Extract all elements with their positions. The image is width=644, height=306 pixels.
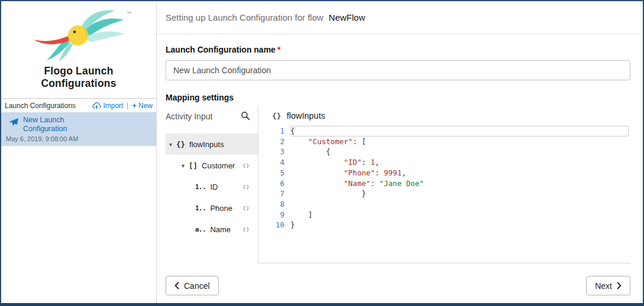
- new-label: New: [138, 102, 153, 110]
- type-icon: []: [189, 161, 198, 170]
- tree-node-label: flowInputs: [189, 140, 224, 149]
- tree-node-row[interactable]: ▾ 1.. Phone: [166, 197, 258, 219]
- editor-root-label: flowInputs: [287, 111, 325, 121]
- app-title: Flogo Launch Configurations: [1, 65, 156, 90]
- config-item-name: New Launch Configuration: [23, 116, 89, 134]
- line-content: }: [290, 220, 629, 230]
- import-label: Import: [103, 102, 123, 110]
- line-number: 8: [266, 199, 290, 210]
- required-asterisk: *: [277, 45, 280, 54]
- tree-node-label: Customer: [202, 161, 235, 170]
- search-icon[interactable]: [241, 111, 250, 122]
- tree-node-row[interactable]: ▾ [] Customer: [166, 155, 258, 176]
- launch-config-name-input[interactable]: [166, 60, 630, 80]
- main-panel: Setting up Launch Configuration for flow…: [157, 1, 643, 303]
- code-line: 9 ]: [266, 210, 630, 220]
- logo: ™: [1, 1, 156, 64]
- line-content: "ID": 1,: [290, 157, 629, 168]
- type-icon: 1..: [195, 204, 206, 212]
- cancel-label: Cancel: [184, 281, 210, 291]
- tree-node-row[interactable]: ▾ 1.. ID: [166, 176, 258, 197]
- sidebar: ™ Flogo Launch Configurations Launch Con…: [1, 1, 157, 303]
- json-editor-panel: {} flowInputs 1 { 2 "Customer": [ 3 { 4 …: [258, 106, 630, 263]
- tree-node-row[interactable]: ▾ a.. Name: [166, 219, 258, 240]
- line-number: 2: [266, 136, 290, 147]
- code-line: 6 "Name": "Jane Doe": [266, 178, 630, 189]
- line-number: 5: [266, 168, 290, 178]
- launch-plane-icon: [9, 118, 19, 127]
- name-field-label: Launch Configuration name: [166, 45, 276, 54]
- line-number: 9: [266, 210, 290, 220]
- type-icon: 1..: [195, 183, 206, 191]
- tree-node-label: Name: [210, 225, 231, 234]
- app-title-line2: Configurations: [41, 77, 116, 89]
- editor-header: {} flowInputs: [258, 106, 630, 126]
- launch-configurations-heading: Launch Configurations: [5, 102, 76, 110]
- tree-nodes: ▾ {} flowInputs ▾ [] Customer ▾ 1.. ID: [166, 134, 258, 240]
- app-title-line1: Flogo Launch: [44, 65, 113, 77]
- line-number: 4: [266, 157, 290, 168]
- mapping-link-icon[interactable]: [242, 204, 250, 213]
- activity-input-label: Activity Input: [166, 112, 212, 121]
- line-number: 6: [266, 178, 290, 189]
- mapping-settings-label: Mapping settings: [166, 93, 630, 102]
- line-content: [290, 199, 629, 210]
- toolbar-divider: [127, 102, 128, 109]
- import-button[interactable]: Import: [92, 102, 123, 110]
- object-icon: {}: [272, 112, 281, 121]
- line-number: 10: [266, 220, 290, 230]
- line-content: "Phone": 9991,: [290, 168, 629, 178]
- code-lines: 1 { 2 "Customer": [ 3 { 4 "ID": 1, 5 "Ph…: [266, 126, 630, 230]
- chevron-right-icon: [617, 282, 622, 289]
- page-header-text: Setting up Launch Configuration for flow: [166, 12, 323, 22]
- line-content: "Customer": [: [290, 136, 629, 147]
- code-line: 1 {: [266, 126, 630, 136]
- code-line: 10 }: [266, 220, 630, 230]
- mapping-link-icon[interactable]: [242, 161, 250, 170]
- code-line: 7 }: [266, 188, 630, 199]
- type-icon: {}: [176, 140, 185, 149]
- line-content: }: [290, 188, 629, 199]
- line-number: 7: [266, 188, 290, 199]
- page-header: Setting up Launch Configuration for flow…: [157, 1, 643, 34]
- footer-actions: Cancel Next: [166, 263, 630, 295]
- main-content: Launch Configuration name* Mapping setti…: [157, 34, 643, 303]
- line-content: "Name": "Jane Doe": [290, 178, 629, 189]
- flow-name: NewFlow: [329, 12, 365, 22]
- line-content: ]: [290, 210, 629, 220]
- config-item-timestamp: May 6, 2019, 9:08:00 AM: [6, 135, 151, 142]
- next-button[interactable]: Next: [586, 276, 630, 295]
- line-number: 1: [266, 126, 290, 136]
- caret-down-icon[interactable]: ▾: [182, 162, 185, 169]
- next-label: Next: [595, 281, 612, 291]
- tree-node-row[interactable]: ▾ {} flowInputs: [166, 134, 258, 155]
- tree-node-label: ID: [210, 183, 218, 191]
- line-content: {: [290, 126, 629, 136]
- sidebar-toolbar: Launch Configurations Import + New: [1, 98, 156, 112]
- cancel-button[interactable]: Cancel: [166, 276, 219, 295]
- code-line: 4 "ID": 1,: [266, 157, 630, 168]
- code-line: 8: [266, 199, 630, 210]
- new-button[interactable]: + New: [132, 101, 153, 110]
- chevron-left-icon: [174, 282, 179, 289]
- line-content: {: [290, 147, 629, 157]
- tree-node-label: Phone: [210, 204, 232, 213]
- code-line: 3 {: [266, 147, 630, 157]
- hummingbird-logo: [29, 5, 128, 64]
- type-icon: a..: [195, 226, 206, 233]
- launch-config-list-item[interactable]: New Launch Configuration May 6, 2019, 9:…: [1, 112, 156, 146]
- activity-input-search-row: Activity Input: [166, 106, 258, 127]
- trademark: ™: [127, 11, 131, 16]
- caret-down-icon[interactable]: ▾: [169, 141, 172, 148]
- line-number: 3: [266, 147, 290, 157]
- mapping-area: Activity Input ▾ {} flowInputs: [166, 106, 630, 263]
- app-window: ™ Flogo Launch Configurations Launch Con…: [0, 0, 644, 306]
- plus-icon: +: [132, 101, 137, 110]
- code-line: 2 "Customer": [: [266, 136, 630, 147]
- json-code-editor[interactable]: 1 { 2 "Customer": [ 3 { 4 "ID": 1, 5 "Ph…: [258, 126, 630, 263]
- cloud-upload-icon: [92, 102, 101, 110]
- mapping-link-icon[interactable]: [242, 183, 250, 191]
- activity-input-panel: Activity Input ▾ {} flowInputs: [166, 106, 258, 263]
- mapping-link-icon[interactable]: [242, 225, 250, 234]
- name-field-label-row: Launch Configuration name*: [166, 44, 630, 55]
